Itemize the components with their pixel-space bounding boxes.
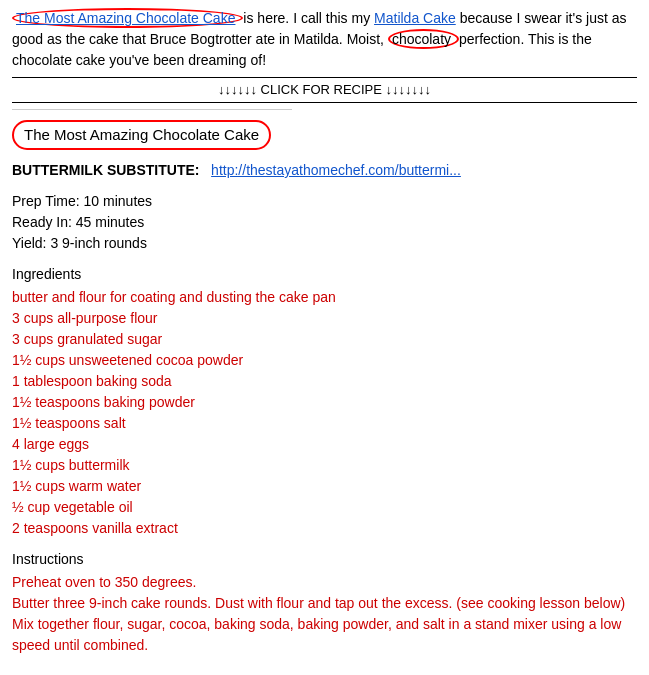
chocolaty-word: chocolaty [392,31,451,47]
instruction-step: Butter three 9-inch cake rounds. Dust wi… [12,593,637,614]
ingredient-item: 1½ teaspoons baking powder [12,392,637,413]
meta-section: Prep Time: 10 minutes Ready In: 45 minut… [12,191,637,254]
instructions-section: Instructions Preheat oven to 350 degrees… [12,549,637,656]
ingredient-item: ½ cup vegetable oil [12,497,637,518]
ingredient-item: 1½ cups buttermilk [12,455,637,476]
buttermilk-link[interactable]: http://thestayathomechef.com/buttermi... [211,162,461,178]
ingredient-item: 3 cups all-purpose flour [12,308,637,329]
chocolaty-circled: chocolaty [388,29,459,49]
ingredient-item: 1½ teaspoons salt [12,413,637,434]
ingredient-item: 2 teaspoons vanilla extract [12,518,637,539]
buttermilk-spacer [203,162,207,178]
ingredient-item: butter and flour for coating and dusting… [12,287,637,308]
click-banner[interactable]: ↓↓↓↓↓↓ CLICK FOR RECIPE ↓↓↓↓↓↓↓ [12,77,637,103]
buttermilk-line: BUTTERMILK SUBSTITUTE: http://thestayath… [12,160,637,181]
intro-title-link[interactable]: The Most Amazing Chocolate Cake [16,10,235,26]
prep-time: Prep Time: 10 minutes [12,191,637,212]
recipe-title-circled: The Most Amazing Chocolate Cake [12,120,271,151]
ingredient-item: 1½ cups unsweetened cocoa powder [12,350,637,371]
instruction-step: Mix together flour, sugar, cocoa, baking… [12,614,637,656]
ingredients-header: Ingredients [12,264,637,285]
instructions-header: Instructions [12,549,637,570]
yield: Yield: 3 9-inch rounds [12,233,637,254]
intro-paragraph: The Most Amazing Chocolate Cake is here.… [12,8,637,71]
divider [12,109,292,110]
recipe-title-container: The Most Amazing Chocolate Cake [12,114,637,161]
ready-in: Ready In: 45 minutes [12,212,637,233]
ingredient-item: 1½ cups warm water [12,476,637,497]
ingredients-section: Ingredients butter and flour for coating… [12,264,637,539]
intro-text-part2: is here. I call this my [243,10,374,26]
ingredient-item: 3 cups granulated sugar [12,329,637,350]
matilda-link[interactable]: Matilda Cake [374,10,456,26]
instruction-step: Preheat oven to 350 degrees. [12,572,637,593]
buttermilk-label: BUTTERMILK SUBSTITUTE: [12,162,199,178]
intro-title-circled: The Most Amazing Chocolate Cake [12,8,243,28]
ingredient-item: 4 large eggs [12,434,637,455]
ingredient-item: 1 tablespoon baking soda [12,371,637,392]
